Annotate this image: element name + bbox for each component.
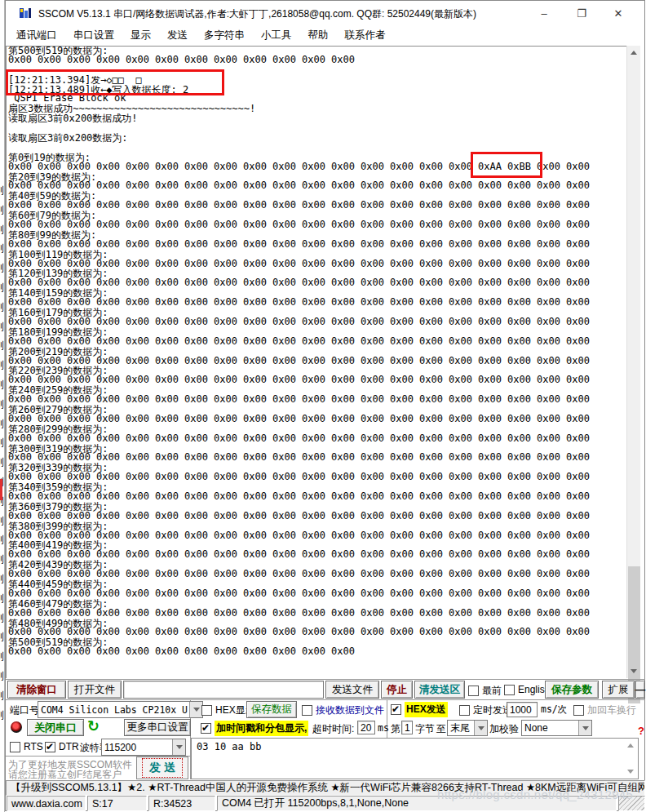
recv-to-file-checkbox[interactable]: 接收数据到文件 <box>302 703 384 717</box>
hex-value: 0x00 <box>243 296 272 308</box>
scroll-up-icon[interactable] <box>631 51 637 55</box>
hex-value: 0x00 <box>272 54 302 65</box>
rts-checkbox[interactable]: RTS <box>10 741 43 752</box>
statusbar-site[interactable]: www.daxia.com <box>7 796 86 811</box>
hex-value: 0x00 <box>361 161 390 172</box>
hex-value: 0x00 <box>243 355 272 366</box>
highlight-box-aabb <box>471 152 542 178</box>
maximize-button[interactable]: ❐ <box>569 3 594 23</box>
dtr-checkbox[interactable]: DTR <box>45 741 79 752</box>
chevron-down-icon[interactable] <box>189 702 202 717</box>
hex-value: 0x00 <box>478 607 507 619</box>
clear-window-button[interactable]: 清除窗口 <box>7 681 66 699</box>
open-file-button[interactable]: 打开文件 <box>68 681 122 699</box>
hex-value: 0x00 <box>126 607 155 619</box>
hex-value: 0x00 <box>331 374 361 385</box>
hex-value: 0x00 <box>478 355 507 366</box>
scroll-down-icon[interactable] <box>631 669 637 673</box>
chevron-down-icon[interactable] <box>172 739 185 755</box>
hex-send-checkbox[interactable]: HEX发送 <box>391 702 448 717</box>
hex-value: 0x00 <box>478 238 507 250</box>
menu-multi-string[interactable]: 多字符串 <box>196 27 253 44</box>
checkbox-icon[interactable] <box>201 705 212 716</box>
minimize-button[interactable]: – <box>532 3 556 23</box>
terminal-line: 0x000x000x000x000x000x000x000x000x000x00… <box>8 258 626 268</box>
checkbox-icon[interactable] <box>302 705 312 716</box>
timestamp-checkbox[interactable]: 加时间戳和分包显示, <box>201 721 308 736</box>
send-file-button[interactable]: 发送文件 <box>325 681 379 699</box>
help-question-icon[interactable]: ? <box>638 725 644 737</box>
clear-send-area-button[interactable]: 清发送区 <box>414 681 465 699</box>
hex-value: 0x00 <box>38 646 67 657</box>
terminal-line: 0x000x000x000x000x000x000x000x000x000x00… <box>8 588 626 597</box>
menu-comm-port[interactable]: 通讯端口 <box>8 27 65 44</box>
hex-value: 0x00 <box>243 161 272 172</box>
checkbox-icon[interactable] <box>459 705 470 716</box>
extend-button[interactable]: 扩展 <box>602 681 635 699</box>
collapse-button[interactable]: — <box>635 681 645 699</box>
checkbox-icon[interactable] <box>504 685 515 695</box>
hex-value: 0x00 <box>478 588 507 599</box>
menu-send[interactable]: 发送 <box>159 27 196 44</box>
menu-help[interactable]: 帮助 <box>300 27 337 44</box>
chevron-down-icon[interactable] <box>578 721 591 735</box>
hex-value: 0x00 <box>390 471 419 482</box>
timeout-field[interactable]: 20 <box>357 721 375 734</box>
checkbox-icon[interactable] <box>573 705 584 716</box>
menu-display[interactable]: 显示 <box>122 27 159 44</box>
checkbox-icon[interactable] <box>201 723 211 734</box>
checkbox-icon[interactable] <box>10 742 20 752</box>
input-scroll-up-icon[interactable] <box>627 743 634 748</box>
hex-value: 0x00 <box>184 296 214 308</box>
checkbox-icon[interactable] <box>391 704 401 715</box>
more-serial-settings-button[interactable]: 更多串口设置 <box>124 719 191 736</box>
hex-value: 0x00 <box>361 335 390 347</box>
terminal-line: 0x000x000x000x000x000x000x000x000x000x00… <box>8 355 626 365</box>
hex-value: 0x00 <box>566 530 595 541</box>
checkbox-icon[interactable] <box>468 686 479 696</box>
hex-value: 0x00 <box>478 471 507 482</box>
hex-value: 0x00 <box>566 180 595 191</box>
send-input[interactable]: 03 10 aa bb <box>191 738 639 779</box>
hex-value: 0x00 <box>96 161 126 172</box>
stop-button[interactable]: 停止 <box>381 681 413 699</box>
menu-serial-settings[interactable]: 串口设置 <box>65 27 122 44</box>
chevron-down-icon[interactable] <box>474 721 487 735</box>
close-button[interactable]: ✕ <box>606 3 631 23</box>
port-select[interactable]: COM4 Silicon Labs CP210x U <box>38 701 203 718</box>
to-select[interactable]: 末尾 <box>447 720 488 736</box>
save-data-button[interactable]: 保存数据 <box>246 701 297 718</box>
checkbox-icon[interactable] <box>45 742 55 752</box>
hex-value: 0x00 <box>449 471 478 482</box>
hex-value: 0x00 <box>390 626 419 637</box>
save-params-button[interactable]: 保存参数 <box>545 681 599 699</box>
menu-tools[interactable]: 小工具 <box>253 27 300 44</box>
checksum-select[interactable]: None <box>521 720 592 736</box>
send-button[interactable]: 发 送 <box>136 757 188 779</box>
hex-value: 0x00 <box>361 316 390 327</box>
hex-value: 0x00 <box>331 219 361 230</box>
hex-value: 0x00 <box>449 393 478 405</box>
file-path-field[interactable] <box>123 681 324 699</box>
receive-area[interactable]: 第500到519的数据为:0x000x000x000x000x000x000x0… <box>6 46 626 678</box>
hex-value: 0x00 <box>302 335 331 347</box>
baud-select[interactable]: 115200 <box>101 739 186 756</box>
hex-value: 0x00 <box>361 238 390 250</box>
refresh-ports-icon[interactable]: ↻ <box>87 719 100 734</box>
byte-from-field[interactable]: 1 <box>401 721 413 734</box>
rts-label: RTS <box>24 741 43 752</box>
hex-value: 0x00 <box>419 258 449 269</box>
input-scroll-down-icon[interactable] <box>627 770 634 774</box>
close-port-button[interactable]: 关闭串口 <box>27 719 84 736</box>
english-checkbox[interactable]: English <box>504 684 550 695</box>
hex-value: 0x00 <box>566 510 595 521</box>
interval-field[interactable]: 1000 <box>507 702 538 717</box>
hex-value: 0x00 <box>243 277 272 288</box>
hex-value: 0x00 <box>214 316 243 327</box>
hex-value: 0x00 <box>507 510 537 521</box>
menu-contact-author[interactable]: 联系作者 <box>337 27 394 44</box>
hex-value: 0x00 <box>537 277 566 288</box>
crlf-checkbox[interactable]: 加回车换行 <box>573 703 636 717</box>
receive-scrollbar[interactable] <box>626 46 640 678</box>
topmost-checkbox[interactable]: 最前 <box>468 684 502 698</box>
